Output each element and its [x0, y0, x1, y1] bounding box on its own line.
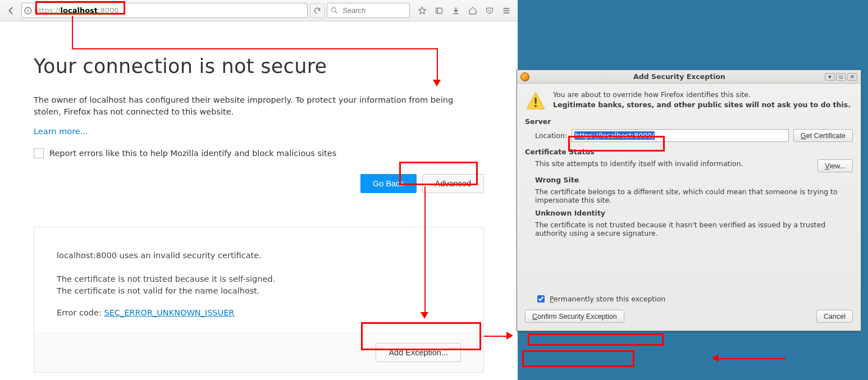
- view-button[interactable]: View...: [817, 159, 853, 172]
- page-title: Your connection is not secure: [34, 55, 484, 77]
- search-box[interactable]: [327, 3, 410, 18]
- advanced-button[interactable]: Advanced: [422, 174, 485, 193]
- menu-icon[interactable]: [499, 3, 514, 19]
- minimize-button[interactable]: ▾: [825, 73, 835, 81]
- svg-point-11: [534, 105, 537, 107]
- browser-toolbar: https://localhost:8000: [0, 0, 518, 21]
- pocket-icon[interactable]: [482, 3, 497, 19]
- add-exception-button[interactable]: Add Exception...: [376, 343, 461, 362]
- error-detail-box: localhost:8000 uses an invalid security …: [34, 227, 484, 373]
- back-button[interactable]: [3, 3, 19, 19]
- wrong-site-text: The certificate belongs to a different s…: [525, 187, 853, 204]
- url-text: https://localhost:8000: [34, 6, 119, 15]
- warning-paragraph: The owner of localhost has configured th…: [34, 94, 483, 118]
- bookmark-star-icon[interactable]: [414, 3, 430, 19]
- error-line-1: localhost:8000 uses an invalid security …: [57, 250, 461, 262]
- maximize-button[interactable]: ▫: [836, 73, 846, 81]
- location-label: Location:: [535, 131, 567, 140]
- svg-point-3: [332, 8, 336, 12]
- info-icon[interactable]: [24, 7, 32, 15]
- wrong-site-heading: Wrong Site: [525, 176, 853, 184]
- error-line-2: The certificate is not trusted because i…: [57, 273, 461, 285]
- report-errors-checkbox[interactable]: [34, 148, 44, 158]
- unknown-identity-text: The certificate is not trusted because i…: [525, 221, 853, 237]
- library-icon[interactable]: [431, 3, 447, 19]
- error-code-label: Error code:: [57, 308, 104, 317]
- permanent-store-label: Permanently store this exception: [550, 295, 665, 303]
- report-errors-label: Report errors like this to help Mozilla …: [49, 149, 336, 158]
- error-line-3: The certificate is not valid for the nam…: [57, 285, 461, 297]
- reload-button[interactable]: [310, 3, 325, 18]
- svg-rect-10: [534, 98, 536, 104]
- permanent-store-checkbox[interactable]: [537, 295, 545, 303]
- warning-icon: [525, 90, 546, 112]
- dialog-title: Add Security Exception: [534, 72, 825, 81]
- location-input[interactable]: https://localhost:8000/: [572, 129, 789, 142]
- cert-status-text: This site attempts to identify itself wi…: [535, 159, 812, 168]
- firefox-icon: [520, 72, 529, 81]
- home-icon[interactable]: [465, 3, 481, 19]
- svg-rect-5: [436, 8, 442, 13]
- location-value: https://localhost:8000/: [574, 131, 655, 140]
- url-bar[interactable]: https://localhost:8000: [21, 3, 308, 18]
- search-icon: [331, 7, 338, 14]
- override-warning-text: You are about to override how Firefox id…: [553, 90, 853, 99]
- security-exception-dialog: Add Security Exception ▾ ▫ ✕ You are abo…: [517, 70, 861, 331]
- close-button[interactable]: ✕: [847, 73, 857, 81]
- cancel-button[interactable]: Cancel: [816, 310, 853, 323]
- downloads-icon[interactable]: [448, 3, 464, 19]
- svg-rect-1: [28, 10, 28, 12]
- override-warning-bold: Legitimate banks, stores, and other publ…: [553, 100, 853, 109]
- cert-status-heading: Certificate Status: [525, 148, 853, 156]
- svg-rect-2: [28, 8, 28, 9]
- get-certificate-button[interactable]: Get Certificate: [793, 129, 853, 142]
- go-back-button[interactable]: Go Back: [360, 174, 417, 193]
- unknown-identity-heading: Unknown Identity: [525, 209, 853, 217]
- error-code-link[interactable]: SEC_ERROR_UNKNOWN_ISSUER: [104, 308, 234, 317]
- server-heading: Server: [525, 117, 853, 126]
- confirm-exception-button[interactable]: Confirm Security Exception: [525, 310, 624, 323]
- svg-line-4: [335, 11, 337, 13]
- learn-more-link[interactable]: Learn more...: [34, 127, 88, 136]
